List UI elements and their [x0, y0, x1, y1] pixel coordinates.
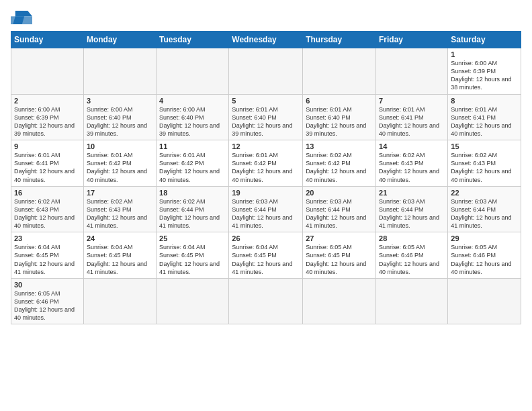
- calendar-cell: 15Sunrise: 6:02 AM Sunset: 6:43 PM Dayli…: [448, 140, 521, 187]
- calendar-week-row: 2Sunrise: 6:00 AM Sunset: 6:39 PM Daylig…: [11, 94, 521, 140]
- calendar-week-row: 9Sunrise: 6:01 AM Sunset: 6:41 PM Daylig…: [11, 140, 521, 187]
- day-info: Sunrise: 6:01 AM Sunset: 6:41 PM Dayligh…: [451, 105, 518, 138]
- calendar-cell: [303, 278, 376, 324]
- day-number: 13: [306, 142, 373, 150]
- calendar-cell: 13Sunrise: 6:02 AM Sunset: 6:42 PM Dayli…: [303, 140, 376, 187]
- calendar-cell: [376, 278, 448, 324]
- calendar-cell: [83, 48, 156, 95]
- calendar-cell: 22Sunrise: 6:03 AM Sunset: 6:44 PM Dayli…: [448, 186, 521, 232]
- generalblue-logo-icon: [11, 8, 32, 27]
- calendar-cell: 30Sunrise: 6:05 AM Sunset: 6:46 PM Dayli…: [11, 278, 84, 324]
- weekday-header-sunday: Sunday: [11, 32, 84, 48]
- calendar-cell: 23Sunrise: 6:04 AM Sunset: 6:45 PM Dayli…: [11, 232, 84, 279]
- calendar-cell: 19Sunrise: 6:03 AM Sunset: 6:44 PM Dayli…: [229, 186, 303, 232]
- day-number: 11: [159, 142, 226, 150]
- day-info: Sunrise: 6:02 AM Sunset: 6:44 PM Dayligh…: [159, 197, 226, 230]
- day-number: 4: [159, 97, 226, 105]
- day-number: 24: [87, 234, 153, 242]
- calendar-cell: 10Sunrise: 6:01 AM Sunset: 6:42 PM Dayli…: [83, 140, 156, 187]
- day-info: Sunrise: 6:02 AM Sunset: 6:42 PM Dayligh…: [306, 151, 373, 184]
- day-info: Sunrise: 6:00 AM Sunset: 6:40 PM Dayligh…: [87, 105, 153, 138]
- day-info: Sunrise: 6:01 AM Sunset: 6:42 PM Dayligh…: [87, 151, 153, 184]
- calendar-cell: 17Sunrise: 6:02 AM Sunset: 6:43 PM Dayli…: [83, 186, 156, 232]
- calendar-cell: 11Sunrise: 6:01 AM Sunset: 6:42 PM Dayli…: [157, 140, 229, 187]
- day-number: 8: [451, 97, 518, 105]
- svg-marker-0: [15, 11, 32, 16]
- day-info: Sunrise: 6:02 AM Sunset: 6:43 PM Dayligh…: [87, 197, 153, 230]
- day-number: 10: [87, 142, 153, 150]
- weekday-header-wednesday: Wednesday: [229, 32, 303, 48]
- day-info: Sunrise: 6:04 AM Sunset: 6:45 PM Dayligh…: [14, 243, 81, 276]
- day-info: Sunrise: 6:01 AM Sunset: 6:41 PM Dayligh…: [379, 105, 445, 138]
- calendar-cell: 16Sunrise: 6:02 AM Sunset: 6:43 PM Dayli…: [11, 186, 84, 232]
- day-info: Sunrise: 6:05 AM Sunset: 6:46 PM Dayligh…: [14, 289, 81, 322]
- calendar-cell: 14Sunrise: 6:02 AM Sunset: 6:43 PM Dayli…: [376, 140, 448, 187]
- page: SundayMondayTuesdayWednesdayThursdayFrid…: [0, 0, 532, 330]
- calendar-cell: 18Sunrise: 6:02 AM Sunset: 6:44 PM Dayli…: [157, 186, 229, 232]
- calendar-table: SundayMondayTuesdayWednesdayThursdayFrid…: [11, 31, 521, 324]
- day-info: Sunrise: 6:02 AM Sunset: 6:43 PM Dayligh…: [14, 197, 81, 230]
- calendar-cell: 2Sunrise: 6:00 AM Sunset: 6:39 PM Daylig…: [11, 94, 84, 140]
- day-info: Sunrise: 6:04 AM Sunset: 6:45 PM Dayligh…: [87, 243, 153, 276]
- calendar-cell: [157, 278, 229, 324]
- weekday-header-friday: Friday: [376, 32, 448, 48]
- day-number: 17: [87, 189, 153, 197]
- day-number: 26: [232, 234, 300, 242]
- calendar-cell: 3Sunrise: 6:00 AM Sunset: 6:40 PM Daylig…: [83, 94, 156, 140]
- calendar-cell: 1Sunrise: 6:00 AM Sunset: 6:39 PM Daylig…: [448, 48, 521, 95]
- calendar-cell: 6Sunrise: 6:01 AM Sunset: 6:40 PM Daylig…: [303, 94, 376, 140]
- day-number: 5: [232, 97, 300, 105]
- weekday-header-row: SundayMondayTuesdayWednesdayThursdayFrid…: [11, 32, 521, 48]
- header: [11, 8, 521, 27]
- day-number: 6: [306, 97, 373, 105]
- day-number: 1: [451, 50, 518, 58]
- weekday-header-monday: Monday: [83, 32, 156, 48]
- day-number: 28: [379, 234, 445, 242]
- calendar-cell: 9Sunrise: 6:01 AM Sunset: 6:41 PM Daylig…: [11, 140, 84, 187]
- day-number: 9: [14, 142, 81, 150]
- day-info: Sunrise: 6:04 AM Sunset: 6:45 PM Dayligh…: [232, 243, 300, 276]
- calendar-cell: 8Sunrise: 6:01 AM Sunset: 6:41 PM Daylig…: [448, 94, 521, 140]
- calendar-cell: [229, 48, 303, 95]
- weekday-header-thursday: Thursday: [303, 32, 376, 48]
- day-number: 25: [159, 234, 226, 242]
- day-number: 22: [451, 189, 518, 197]
- calendar-cell: [229, 278, 303, 324]
- day-number: 30: [14, 281, 81, 289]
- day-info: Sunrise: 6:01 AM Sunset: 6:42 PM Dayligh…: [232, 151, 300, 184]
- weekday-header-tuesday: Tuesday: [157, 32, 229, 48]
- calendar-cell: [376, 48, 448, 95]
- day-number: 7: [379, 97, 445, 105]
- day-info: Sunrise: 6:03 AM Sunset: 6:44 PM Dayligh…: [306, 197, 373, 230]
- calendar-cell: [303, 48, 376, 95]
- calendar-cell: 4Sunrise: 6:00 AM Sunset: 6:40 PM Daylig…: [157, 94, 229, 140]
- day-number: 15: [451, 142, 518, 150]
- day-number: 14: [379, 142, 445, 150]
- day-info: Sunrise: 6:04 AM Sunset: 6:45 PM Dayligh…: [159, 243, 226, 276]
- day-info: Sunrise: 6:01 AM Sunset: 6:40 PM Dayligh…: [306, 105, 373, 138]
- calendar-cell: 26Sunrise: 6:04 AM Sunset: 6:45 PM Dayli…: [229, 232, 303, 279]
- day-info: Sunrise: 6:02 AM Sunset: 6:43 PM Dayligh…: [379, 151, 445, 184]
- calendar-cell: [448, 278, 521, 324]
- calendar-cell: 24Sunrise: 6:04 AM Sunset: 6:45 PM Dayli…: [83, 232, 156, 279]
- day-info: Sunrise: 6:03 AM Sunset: 6:44 PM Dayligh…: [232, 197, 300, 230]
- day-info: Sunrise: 6:03 AM Sunset: 6:44 PM Dayligh…: [451, 197, 518, 230]
- day-number: 20: [306, 189, 373, 197]
- calendar-week-row: 1Sunrise: 6:00 AM Sunset: 6:39 PM Daylig…: [11, 48, 521, 95]
- calendar-cell: 27Sunrise: 6:05 AM Sunset: 6:45 PM Dayli…: [303, 232, 376, 279]
- calendar-week-row: 16Sunrise: 6:02 AM Sunset: 6:43 PM Dayli…: [11, 186, 521, 232]
- day-number: 12: [232, 142, 300, 150]
- calendar-cell: 28Sunrise: 6:05 AM Sunset: 6:46 PM Dayli…: [376, 232, 448, 279]
- calendar-cell: 20Sunrise: 6:03 AM Sunset: 6:44 PM Dayli…: [303, 186, 376, 232]
- logo: [11, 8, 35, 27]
- calendar-cell: [83, 278, 156, 324]
- calendar-cell: 5Sunrise: 6:01 AM Sunset: 6:40 PM Daylig…: [229, 94, 303, 140]
- day-info: Sunrise: 6:02 AM Sunset: 6:43 PM Dayligh…: [451, 151, 518, 184]
- day-info: Sunrise: 6:05 AM Sunset: 6:45 PM Dayligh…: [306, 243, 373, 276]
- day-number: 3: [87, 97, 153, 105]
- calendar-cell: 21Sunrise: 6:03 AM Sunset: 6:44 PM Dayli…: [376, 186, 448, 232]
- day-number: 21: [379, 189, 445, 197]
- day-number: 27: [306, 234, 373, 242]
- day-number: 19: [232, 189, 300, 197]
- day-info: Sunrise: 6:05 AM Sunset: 6:46 PM Dayligh…: [379, 243, 445, 276]
